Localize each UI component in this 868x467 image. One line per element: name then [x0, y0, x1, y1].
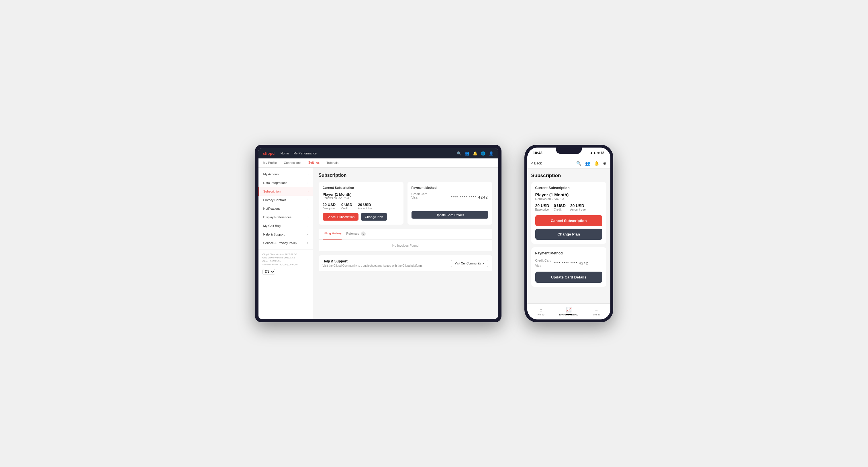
home-icon: ⌂: [539, 307, 542, 313]
page-title: Subscription: [319, 173, 492, 178]
tablet-device: clippd Home My Performance 🔍 👥 🔔 🌐 👤 My …: [255, 145, 501, 322]
phone-screen: 10:43 ▲▲ ⊕ 85 < Back 🔍 👥 🔔 ⊕ Subscriptio…: [527, 148, 610, 319]
external-link-icon: ↗: [306, 242, 309, 245]
sidebar-item-privacy-policy[interactable]: Service & Privacy Policy ↗: [258, 239, 313, 247]
sidebar-item-help[interactable]: Help & Support ↗: [258, 230, 313, 239]
performance-label: My Performance: [559, 313, 578, 316]
sidebar-privacy-label: Privacy Controls: [264, 198, 286, 202]
billing-empty-text: No Invoices Found: [319, 240, 492, 251]
cancel-subscription-button[interactable]: Cancel Subscription: [323, 213, 359, 221]
change-plan-button[interactable]: Change Plan: [361, 213, 387, 221]
phone-amount-due-item: 20 USD Amount due: [570, 204, 586, 211]
phone-due-label: Amount due: [570, 208, 586, 211]
phone-navbar: < Back 🔍 👥 🔔 ⊕: [527, 158, 610, 169]
phone-bottom-nav: ⌂ Home 📈 My Performance ≡ Menu: [527, 303, 610, 319]
home-label: Home: [537, 313, 545, 316]
tablet-nav-icons: 🔍 👥 🔔 🌐 👤: [457, 151, 493, 156]
visit-community-button[interactable]: Visit Our Community ↗: [451, 260, 488, 267]
search-icon[interactable]: 🔍: [576, 161, 581, 165]
sidebar-lang[interactable]: EN: [262, 269, 309, 275]
search-icon[interactable]: 🔍: [457, 151, 461, 156]
sidebar-item-data-integrations[interactable]: Data Integrations ›: [258, 179, 313, 187]
bell-icon[interactable]: 🔔: [594, 161, 599, 165]
bell-icon[interactable]: 🔔: [473, 151, 477, 156]
phone-payment-number: **** **** **** 4242: [554, 261, 588, 265]
subnav-connections[interactable]: Connections: [284, 161, 301, 165]
phone-bottom-performance[interactable]: 📈 My Performance: [555, 307, 583, 316]
phone-subscription-card: Current Subscription Player (1 Month) Re…: [531, 182, 607, 244]
phone-payment-row: Credit Card Visa **** **** **** 4242: [535, 258, 602, 268]
tablet-main: Subscription Current Subscription Player…: [313, 167, 498, 319]
subnav-tutorials[interactable]: Tutorials: [327, 161, 338, 165]
sidebar-subscription-label: Subscription: [264, 190, 281, 193]
phone-update-card-button[interactable]: Update Card Details: [535, 272, 602, 283]
back-button[interactable]: < Back: [531, 161, 542, 165]
phone-credit-label: Credit: [554, 208, 566, 211]
sidebar-item-notifications[interactable]: Notifications ›: [258, 204, 313, 213]
sidebar-display-label: Display Preferences: [264, 215, 291, 219]
phone-content: Subscription Current Subscription Player…: [527, 169, 610, 303]
wifi-icon: ⊕: [597, 151, 600, 155]
subscription-card-title: Current Subscription: [323, 186, 400, 189]
external-link-icon: ↗: [306, 233, 309, 236]
phone-plan-prices: 20 USD Base price 0 USD Credit 20 USD Am…: [535, 204, 602, 211]
payment-brand: Visa: [411, 196, 428, 199]
payment-info: Credit Card Visa: [411, 192, 428, 199]
payment-card: Payment Method Credit Card Visa **** ***…: [407, 182, 492, 225]
phone-payment-card: Payment Method Credit Card Visa **** ***…: [531, 247, 607, 287]
help-text: Help & Support Visit the Clippd Communit…: [323, 259, 423, 267]
referrals-label: Referrals: [346, 232, 359, 235]
phone-change-plan-button[interactable]: Change Plan: [535, 229, 602, 240]
plus-icon[interactable]: ⊕: [603, 161, 607, 165]
referrals-tab[interactable]: Referrals 0: [346, 229, 366, 240]
status-time: 10:43: [533, 151, 542, 155]
credit-label: Credit: [341, 207, 352, 210]
phone-cancel-button[interactable]: Cancel Subscription: [535, 215, 602, 226]
tablet-sidebar: My Account › Data Integrations › Subscri…: [258, 167, 313, 319]
user-icon[interactable]: 👤: [489, 151, 493, 156]
sidebar-item-display[interactable]: Display Preferences ›: [258, 213, 313, 221]
signal-icon: ▲▲: [590, 151, 596, 154]
billing-section: Billing History Referrals 0 No Invoices …: [319, 229, 492, 251]
subnav-myprofile[interactable]: My Profile: [263, 161, 277, 165]
phone-payment-title: Payment Method: [535, 251, 602, 255]
language-select[interactable]: EN: [262, 269, 275, 275]
sidebar-golfbag-label: My Golf Bag: [264, 224, 281, 227]
base-price-item: 20 USD Base price: [323, 203, 336, 210]
chevron-icon: ›: [308, 173, 308, 176]
base-price-label: Base price: [323, 207, 336, 210]
phone-nav-icons: 🔍 👥 🔔 ⊕: [576, 161, 607, 165]
sidebar-item-privacy[interactable]: Privacy Controls ›: [258, 196, 313, 204]
community-btn-label: Visit Our Community: [455, 262, 481, 265]
menu-label: Menu: [593, 313, 600, 316]
subscription-card: Current Subscription Player (1 Month) Re…: [319, 182, 403, 225]
phone-base-label: Base price: [535, 208, 549, 211]
subnav-settings[interactable]: Settings: [308, 161, 320, 165]
payment-number: **** **** **** 4242: [451, 195, 488, 199]
billing-tabs: Billing History Referrals 0: [319, 229, 492, 240]
people-icon[interactable]: 👥: [465, 151, 469, 156]
billing-history-tab[interactable]: Billing History: [323, 229, 342, 240]
sidebar-account-label: My Account: [264, 173, 280, 176]
phone-base-amount: 20 USD: [535, 204, 549, 208]
sidebar-notifications-label: Notifications: [264, 207, 281, 210]
sidebar-policy-label: Service & Privacy Policy: [264, 241, 298, 245]
globe-icon[interactable]: 🌐: [481, 151, 486, 156]
nav-link-performance[interactable]: My Performance: [293, 152, 317, 155]
performance-icon: 📈: [566, 307, 572, 313]
sidebar-item-golf-bag[interactable]: My Golf Bag ›: [258, 221, 313, 230]
phone-plan-name: Player (1 Month): [535, 192, 602, 197]
sidebar-data-label: Data Integrations: [264, 181, 287, 185]
nav-link-home[interactable]: Home: [281, 152, 289, 155]
base-price-amount: 20 USD: [323, 203, 336, 207]
help-description: Visit the Clippd Community to troublesho…: [323, 264, 423, 267]
sidebar-item-account[interactable]: My Account ›: [258, 170, 313, 179]
phone-credit-item: 0 USD Credit: [554, 204, 566, 211]
people-icon[interactable]: 👥: [585, 161, 590, 165]
phone-bottom-menu[interactable]: ≡ Menu: [583, 307, 610, 316]
update-card-button[interactable]: Update Card Details: [411, 211, 488, 219]
phone-bottom-home[interactable]: ⌂ Home: [527, 307, 555, 316]
billing-history-label: Billing History: [323, 231, 342, 235]
sidebar-item-subscription[interactable]: Subscription ›: [258, 187, 313, 196]
amount-due-item: 20 USD Amount due: [358, 203, 372, 210]
